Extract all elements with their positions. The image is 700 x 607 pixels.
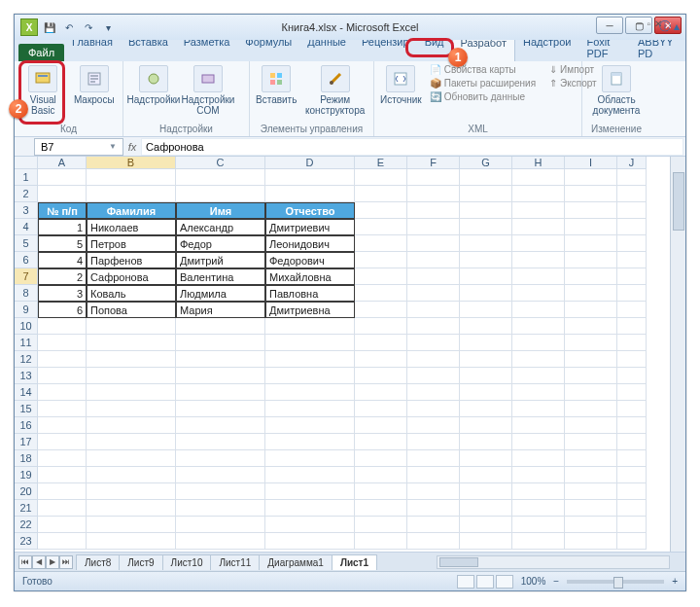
cell[interactable] [176, 186, 265, 202]
cell[interactable]: Александр [176, 219, 265, 235]
cell[interactable] [355, 434, 407, 450]
cell[interactable] [565, 434, 617, 450]
cell[interactable] [460, 368, 512, 384]
cell[interactable] [617, 368, 647, 384]
cell[interactable] [512, 335, 565, 351]
cell[interactable] [460, 384, 512, 401]
cell[interactable] [512, 533, 565, 550]
row-header[interactable]: 1 [15, 169, 38, 186]
cell[interactable] [565, 285, 617, 302]
cell[interactable] [512, 517, 565, 533]
cell[interactable] [617, 450, 647, 467]
cell[interactable] [355, 302, 407, 318]
cell[interactable] [355, 285, 407, 302]
cell[interactable] [565, 401, 617, 417]
col-header[interactable]: A [38, 157, 87, 169]
cell[interactable] [87, 318, 176, 335]
cell[interactable] [355, 351, 407, 368]
cell[interactable] [617, 219, 647, 235]
redo-icon[interactable]: ↷ [81, 19, 96, 35]
cell[interactable] [565, 268, 617, 285]
cell[interactable]: Михайловна [265, 268, 355, 285]
cell[interactable] [87, 434, 176, 450]
col-header[interactable]: H [512, 157, 565, 169]
cell[interactable] [565, 368, 617, 384]
cell[interactable]: Мария [176, 302, 265, 318]
col-header[interactable]: I [565, 157, 617, 169]
cell[interactable] [565, 450, 617, 467]
cell[interactable] [87, 384, 176, 401]
cell[interactable] [512, 384, 565, 401]
cell[interactable] [176, 533, 265, 550]
zoom-in-icon[interactable]: + [672, 576, 678, 587]
cell[interactable] [407, 302, 460, 318]
row-header[interactable]: 12 [15, 351, 38, 368]
cell[interactable]: Петров [87, 235, 176, 252]
cell[interactable] [460, 335, 512, 351]
cell[interactable]: Павловна [265, 285, 355, 302]
sheet-tab[interactable]: Лист10 [162, 554, 212, 570]
cell[interactable] [176, 417, 265, 434]
cell[interactable] [176, 401, 265, 417]
cell[interactable] [176, 483, 265, 500]
cell[interactable] [512, 434, 565, 450]
cell[interactable] [87, 351, 176, 368]
com-addins-button[interactable]: Надстройки COM [184, 63, 232, 116]
cell[interactable] [407, 384, 460, 401]
cell[interactable] [407, 186, 460, 202]
cell[interactable]: 3 [38, 285, 87, 302]
col-header[interactable]: D [265, 157, 355, 169]
cell[interactable] [38, 401, 87, 417]
cell[interactable] [355, 202, 407, 219]
cell[interactable] [617, 268, 647, 285]
cell[interactable] [512, 483, 565, 500]
cell[interactable] [87, 401, 176, 417]
cell[interactable] [87, 533, 176, 550]
sheet-tab[interactable]: Лист1 [332, 554, 377, 570]
cell[interactable] [617, 384, 647, 401]
cell[interactable] [38, 384, 87, 401]
row-header[interactable]: 14 [15, 384, 38, 401]
cell[interactable] [265, 517, 355, 533]
cell[interactable] [87, 335, 176, 351]
cell[interactable] [407, 169, 460, 186]
cell[interactable] [407, 318, 460, 335]
worksheet-grid[interactable]: ABCDEFGHIJ123№ п/пФамилияИмяОтчество41Ни… [15, 157, 685, 552]
cell[interactable] [512, 417, 565, 434]
cell[interactable]: Дмитриевна [265, 302, 355, 318]
cell[interactable] [265, 417, 355, 434]
cell[interactable] [407, 467, 460, 483]
cell[interactable]: 2 [38, 268, 87, 285]
cell[interactable] [87, 450, 176, 467]
cell[interactable]: Дмитриевич [265, 219, 355, 235]
cell[interactable]: 6 [38, 302, 87, 318]
cell[interactable] [617, 467, 647, 483]
design-mode-button[interactable]: Режим конструктора [302, 63, 368, 116]
cell[interactable] [355, 368, 407, 384]
cell[interactable] [265, 351, 355, 368]
cell[interactable] [38, 533, 87, 550]
cell[interactable] [265, 500, 355, 517]
col-header[interactable]: G [460, 157, 512, 169]
cell[interactable]: 4 [38, 252, 87, 268]
cell[interactable]: Леонидович [265, 235, 355, 252]
cell[interactable] [38, 335, 87, 351]
cell[interactable]: Попова [87, 302, 176, 318]
row-header[interactable]: 6 [15, 252, 38, 268]
cell[interactable] [512, 252, 565, 268]
sheet-nav-next-icon[interactable]: ▶ [46, 555, 59, 569]
cell[interactable] [355, 500, 407, 517]
cell[interactable] [265, 368, 355, 384]
cell[interactable] [460, 434, 512, 450]
cell[interactable] [617, 318, 647, 335]
cell[interactable] [460, 302, 512, 318]
cell[interactable] [512, 268, 565, 285]
cell[interactable] [355, 384, 407, 401]
row-header[interactable]: 13 [15, 368, 38, 384]
cell[interactable] [87, 186, 176, 202]
cell[interactable] [512, 202, 565, 219]
col-header[interactable]: E [355, 157, 407, 169]
cell[interactable] [460, 268, 512, 285]
cell[interactable] [38, 517, 87, 533]
cell[interactable] [38, 186, 87, 202]
